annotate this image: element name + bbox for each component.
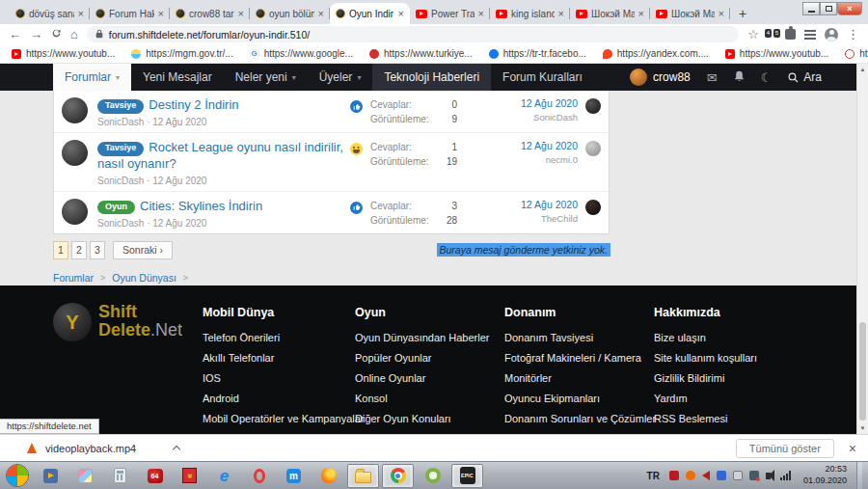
browser-tab[interactable]: Шокэй Мац×: [570, 3, 650, 24]
taskbar-file-explorer-icon[interactable]: [347, 464, 379, 488]
tab-close-icon[interactable]: ×: [238, 8, 244, 19]
back-icon[interactable]: ←: [9, 28, 21, 41]
bookmark-mhrs[interactable]: https://www.mhrs.g...: [845, 48, 868, 59]
taskbar-project64-icon[interactable]: 64: [139, 464, 171, 488]
new-tab-button[interactable]: +: [730, 3, 755, 24]
extensions-icon[interactable]: [785, 29, 796, 40]
footer-link[interactable]: Diğer Oyun Konuları: [355, 413, 504, 424]
forward-icon[interactable]: →: [30, 28, 42, 41]
tray-icon-6[interactable]: [749, 471, 759, 480]
download-menu-chevron-icon[interactable]: [173, 446, 180, 453]
page-button-2[interactable]: 2: [71, 241, 87, 259]
nav-item-uyeler[interactable]: Üyeler▾: [308, 64, 373, 91]
thread-row[interactable]: TavsiyeDestiny 2 İndirin SonicDash · 12 …: [54, 91, 609, 133]
last-poster-avatar[interactable]: [585, 200, 601, 215]
avatar[interactable]: [62, 140, 88, 166]
last-post-date-link[interactable]: 12 Ağu 2020: [495, 97, 578, 109]
profile-avatar-icon[interactable]: [825, 28, 838, 41]
footer-link[interactable]: Online Oyunlar: [355, 372, 504, 384]
thread-title-link[interactable]: Destiny 2 İndirin: [149, 97, 238, 112]
window-maximize-button[interactable]: [820, 2, 837, 15]
page-scrollbar[interactable]: ▲ ▼: [856, 64, 868, 434]
taskbar-paint-icon[interactable]: [69, 464, 101, 488]
home-icon[interactable]: ⌂: [70, 28, 78, 41]
tab-close-icon[interactable]: ×: [318, 8, 324, 19]
footer-link[interactable]: Konsol: [355, 393, 504, 404]
reload-icon[interactable]: [51, 28, 62, 41]
reading-list-icon[interactable]: [804, 30, 816, 40]
footer-link[interactable]: Fotoğraf Makineleri / Kamera: [504, 352, 654, 364]
tab-close-icon[interactable]: ×: [638, 8, 644, 19]
thread-title-link[interactable]: Cities: Skylines İndirin: [140, 199, 262, 213]
thread-row[interactable]: OyunCities: Skylines İndirin SonicDash ·…: [54, 192, 609, 233]
scrollbar-track[interactable]: [857, 75, 868, 422]
footer-link[interactable]: Monitörler: [504, 372, 654, 384]
bookmark-star-icon[interactable]: ☆: [747, 28, 759, 41]
footer-link[interactable]: Oyun Dünyasından Haberler: [355, 332, 504, 343]
user-menu[interactable]: crow88: [630, 68, 691, 86]
taskbar-internet-explorer-icon[interactable]: e: [208, 464, 240, 488]
tab-close-icon[interactable]: ×: [478, 8, 484, 19]
thread-row[interactable]: TavsiyeRocket League oyunu nasıl indiril…: [54, 133, 609, 192]
tab-close-icon[interactable]: ×: [558, 8, 564, 19]
nav-item-teknoloji-haberleri[interactable]: Teknoloji Haberleri: [372, 64, 491, 91]
breadcrumb-oyun-dunyasi[interactable]: Oyun Dünyası: [112, 272, 176, 284]
browser-tab[interactable]: dövüş sanat×: [10, 3, 90, 24]
download-item[interactable]: videoplayback.mp4: [27, 443, 179, 454]
avatar[interactable]: [62, 97, 88, 123]
footer-link[interactable]: Akıllı Telefonlar: [203, 352, 355, 364]
tab-close-icon[interactable]: ×: [158, 8, 164, 19]
browser-tab[interactable]: crow88 tara×: [170, 3, 250, 24]
taskbar-media-player-classic-icon[interactable]: [35, 464, 67, 488]
dark-mode-moon-icon[interactable]: ☾: [761, 71, 773, 84]
bookmark-google[interactable]: Ghttps://www.google...: [250, 48, 353, 59]
taskbar-calculator-icon[interactable]: [104, 464, 136, 488]
footer-link[interactable]: Mobil Operatörler ve Kampanyalar: [203, 413, 355, 424]
browser-tab[interactable]: king island×: [490, 3, 570, 24]
breadcrumb-forumlar[interactable]: Forumlar: [53, 272, 94, 284]
last-poster-avatar[interactable]: [585, 98, 601, 114]
last-post-date-link[interactable]: 12 Ağu 2020: [495, 140, 578, 151]
show-all-downloads-button[interactable]: Tümünü göster: [736, 439, 834, 458]
footer-link[interactable]: RSS Beslemesi: [654, 413, 806, 424]
footer-link[interactable]: Popüler Oyunlar: [355, 352, 504, 364]
footer-link[interactable]: IOS: [203, 372, 355, 384]
bookmark-facebook[interactable]: https://tr-tr.facebo...: [489, 48, 586, 59]
prefix-badge[interactable]: Oyun: [97, 201, 135, 215]
footer-link[interactable]: Yardım: [654, 393, 806, 404]
footer-link[interactable]: Telefon Önerileri: [203, 332, 355, 343]
bookmark-youtube[interactable]: https://www.youtub...: [12, 48, 115, 59]
bookmark-yandex[interactable]: https://yandex.com....: [603, 48, 709, 59]
browser-tab[interactable]: Шокэй Мац×: [650, 3, 730, 24]
language-indicator[interactable]: TR: [647, 471, 660, 481]
window-minimize-button[interactable]: [802, 2, 820, 15]
taskbar-clock[interactable]: 20:53 01.09.2020: [803, 464, 847, 486]
bell-icon[interactable]: [734, 70, 745, 84]
avatar[interactable]: [62, 199, 88, 225]
network-icon[interactable]: [780, 467, 792, 484]
footer-link[interactable]: Android: [203, 393, 355, 404]
prefix-badge[interactable]: Tavsiye: [97, 142, 144, 156]
footer-link[interactable]: Oyuncu Ekipmanları: [504, 393, 654, 404]
volume-icon[interactable]: [766, 473, 771, 479]
menu-icon[interactable]: ⋮: [847, 28, 859, 41]
footer-link[interactable]: Bize ulaşın: [654, 332, 806, 343]
scrollbar-thumb[interactable]: [859, 322, 866, 421]
prefix-badge[interactable]: Tavsiye: [97, 99, 144, 114]
footer-link[interactable]: Donanım Tavsiyesi: [504, 332, 654, 343]
address-bar[interactable]: forum.shiftdelete.net/forumlar/oyun-indi…: [87, 26, 739, 42]
tab-close-icon[interactable]: ×: [398, 8, 404, 19]
tray-icon-1[interactable]: [669, 471, 679, 480]
taskbar-green-app-icon[interactable]: [417, 464, 448, 488]
taskbar-epic-games-icon[interactable]: EPIC: [451, 464, 483, 488]
last-poster-avatar[interactable]: [585, 141, 601, 156]
tray-icon-5[interactable]: [733, 471, 743, 480]
envelope-icon[interactable]: ✉: [707, 71, 718, 84]
tray-icon-3[interactable]: [702, 471, 710, 480]
last-post-date-link[interactable]: 12 Ağu 2020: [495, 199, 578, 210]
footer-link[interactable]: Gizlilik Bildirimi: [654, 372, 806, 384]
footer-link[interactable]: Site kullanım koşulları: [654, 352, 806, 364]
browser-tab[interactable]: Forum Hakk×: [90, 3, 170, 24]
window-close-button[interactable]: ×: [837, 2, 862, 15]
taskbar-opera-icon[interactable]: [243, 464, 275, 488]
